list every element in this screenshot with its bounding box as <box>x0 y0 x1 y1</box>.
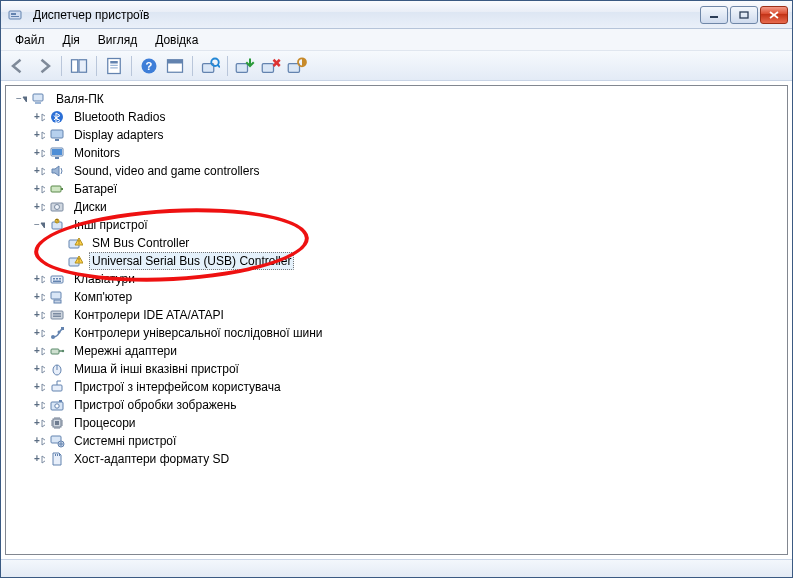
svg-rect-48 <box>53 278 55 280</box>
tree-item-label[interactable]: Системні пристрої <box>71 432 179 450</box>
collapse-icon[interactable] <box>34 220 45 231</box>
tree-item-label[interactable]: Monitors <box>71 144 123 162</box>
close-button[interactable] <box>760 6 788 24</box>
tree-row[interactable]: Клавіатури <box>8 270 785 288</box>
svg-rect-2 <box>11 16 19 17</box>
help-button[interactable]: ? <box>138 55 160 77</box>
collapse-icon[interactable] <box>16 94 27 105</box>
svg-line-19 <box>218 64 221 67</box>
svg-rect-33 <box>55 157 59 159</box>
menu-help[interactable]: Довідка <box>147 31 206 49</box>
imaging-icon <box>49 397 65 413</box>
tree-row[interactable]: Хост-адаптери формату SD <box>8 450 785 468</box>
expand-icon[interactable] <box>34 130 45 141</box>
tree-row[interactable]: !SM Bus Controller <box>8 234 785 252</box>
tree-row[interactable]: Диски <box>8 198 785 216</box>
scan-hardware-button[interactable] <box>199 55 221 77</box>
sound-icon <box>49 163 65 179</box>
tree-row[interactable]: Системні пристрої <box>8 432 785 450</box>
tree-row[interactable]: ?Інші пристрої <box>8 216 785 234</box>
svg-rect-56 <box>53 316 61 318</box>
tree-row[interactable]: Мережні адаптери <box>8 342 785 360</box>
expand-icon[interactable] <box>34 328 45 339</box>
usb-icon <box>49 325 65 341</box>
tree-row[interactable]: Display adapters <box>8 126 785 144</box>
tree-item-label[interactable]: Диски <box>71 198 110 216</box>
tree-item-label[interactable]: Хост-адаптери формату SD <box>71 450 232 468</box>
expand-icon[interactable] <box>34 310 45 321</box>
menu-action[interactable]: Дія <box>55 31 88 49</box>
tree-item-label[interactable]: Батареї <box>71 180 120 198</box>
expand-spacer <box>52 238 63 249</box>
tree-item-label[interactable]: SM Bus Controller <box>89 234 192 252</box>
tree-item-label[interactable]: Мережні адаптери <box>71 342 180 360</box>
tree-item-label[interactable]: Інші пристрої <box>71 216 151 234</box>
tree-row[interactable]: Валя-ПК <box>8 90 785 108</box>
tree-row[interactable]: Пристрої з інтерфейсом користувача <box>8 378 785 396</box>
expand-icon[interactable] <box>34 436 45 447</box>
svg-rect-11 <box>110 64 118 65</box>
tree-row[interactable]: Monitors <box>8 144 785 162</box>
disable-button[interactable] <box>286 55 308 77</box>
svg-rect-49 <box>56 278 58 280</box>
expand-icon[interactable] <box>34 382 45 393</box>
tree-row[interactable]: Sound, video and game controllers <box>8 162 785 180</box>
svg-rect-10 <box>110 61 118 64</box>
expand-icon[interactable] <box>34 346 45 357</box>
tree-item-label[interactable]: Комп'ютер <box>71 288 135 306</box>
menu-file[interactable]: Файл <box>7 31 53 49</box>
tree-row[interactable]: Контролери універсальної послідовної шин… <box>8 324 785 342</box>
tree-item-label[interactable]: Контролери універсальної послідовної шин… <box>71 324 326 342</box>
menu-view[interactable]: Вигляд <box>90 31 145 49</box>
tree-item-label[interactable]: Валя-ПК <box>53 90 107 108</box>
expand-icon[interactable] <box>34 202 45 213</box>
svg-text:!: ! <box>78 257 80 263</box>
svg-point-37 <box>55 205 60 210</box>
tree-item-label[interactable]: Миша й інші вказівні пристрої <box>71 360 242 378</box>
expand-icon[interactable] <box>34 292 45 303</box>
tree-item-label[interactable]: Display adapters <box>71 126 166 144</box>
tree-row[interactable]: Батареї <box>8 180 785 198</box>
tree-item-label[interactable]: Пристрої з інтерфейсом користувача <box>71 378 284 396</box>
toolbar-separator <box>61 56 62 76</box>
tree-row[interactable]: Пристрої обробки зображень <box>8 396 785 414</box>
tree-row[interactable]: Bluetooth Radios <box>8 108 785 126</box>
menubar: Файл Дія Вигляд Довідка <box>1 29 792 51</box>
bluetooth-icon <box>49 109 65 125</box>
tree-item-label[interactable]: Universal Serial Bus (USB) Controller <box>89 252 294 270</box>
expand-icon[interactable] <box>34 418 45 429</box>
expand-icon[interactable] <box>34 454 45 465</box>
uninstall-button[interactable] <box>260 55 282 77</box>
expand-icon[interactable] <box>34 274 45 285</box>
properties-button[interactable] <box>103 55 125 77</box>
back-button[interactable] <box>7 55 29 77</box>
expand-icon[interactable] <box>34 148 45 159</box>
show-hide-console-button[interactable] <box>68 55 90 77</box>
tree-item-label[interactable]: Пристрої обробки зображень <box>71 396 239 414</box>
tree-row[interactable]: Миша й інші вказівні пристрої <box>8 360 785 378</box>
svg-rect-29 <box>51 130 63 138</box>
tree-item-label[interactable]: Процесори <box>71 414 139 432</box>
tree-item-label[interactable]: Bluetooth Radios <box>71 108 168 126</box>
tree-item-label[interactable]: Sound, video and game controllers <box>71 162 262 180</box>
tree-item-label[interactable]: Клавіатури <box>71 270 138 288</box>
tree-item-label[interactable]: Контролери IDE ATA/ATAPI <box>71 306 227 324</box>
tree-row[interactable]: Контролери IDE ATA/ATAPI <box>8 306 785 324</box>
tree-row[interactable]: Комп'ютер <box>8 288 785 306</box>
expand-icon[interactable] <box>34 364 45 375</box>
options-button[interactable] <box>164 55 186 77</box>
svg-text:!: ! <box>78 239 80 245</box>
update-driver-button[interactable] <box>234 55 256 77</box>
expand-icon[interactable] <box>34 112 45 123</box>
svg-rect-20 <box>236 63 247 72</box>
computer-root-icon <box>31 91 47 107</box>
expand-icon[interactable] <box>34 184 45 195</box>
minimize-button[interactable] <box>700 6 728 24</box>
tree-row[interactable]: Процесори <box>8 414 785 432</box>
expand-icon[interactable] <box>34 400 45 411</box>
maximize-button[interactable] <box>730 6 758 24</box>
tree-row[interactable]: !Universal Serial Bus (USB) Controller <box>8 252 785 270</box>
forward-button[interactable] <box>33 55 55 77</box>
monitor-icon <box>49 145 65 161</box>
expand-icon[interactable] <box>34 166 45 177</box>
